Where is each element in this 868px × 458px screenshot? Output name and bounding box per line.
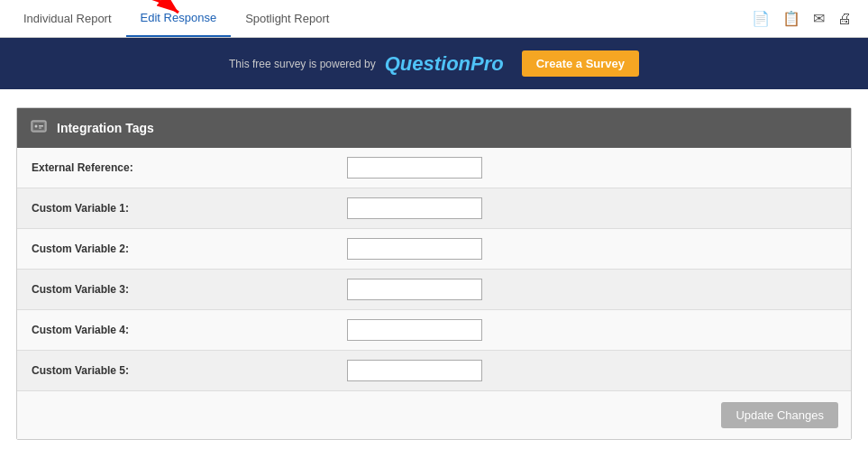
form-input-5[interactable] [347, 360, 482, 381]
main-content: Integration Tags External Reference:Cust… [0, 89, 868, 458]
email-icon[interactable]: ✉ [813, 10, 825, 27]
banner: This free survey is powered by QuestionP… [0, 38, 868, 89]
form-input-4[interactable] [347, 319, 482, 341]
form-label-0: External Reference: [32, 161, 347, 174]
form-label-4: Custom Variable 4: [32, 324, 347, 336]
section-header: Integration Tags [17, 108, 851, 148]
tab-individual-report[interactable]: Individual Report [9, 1, 126, 36]
top-icons: 📄 📋 ✉ 🖨 [752, 10, 859, 27]
section-title: Integration Tags [57, 121, 154, 135]
form-row: External Reference: [17, 148, 851, 188]
banner-text: This free survey is powered by [229, 58, 376, 70]
brand-suffix: Pro [471, 52, 504, 75]
tab-spotlight-report[interactable]: Spotlight Report [231, 1, 343, 36]
tab-edit-response[interactable]: Edit Response [126, 0, 232, 37]
form-footer: Update Changes [17, 391, 851, 439]
form-label-2: Custom Variable 2: [32, 243, 347, 255]
integration-tags-icon [30, 117, 48, 135]
form-row: Custom Variable 5: [17, 351, 851, 391]
form-row: Custom Variable 2: [17, 229, 851, 270]
pdf-icon[interactable]: 📄 [752, 10, 770, 27]
form-input-2[interactable] [347, 238, 482, 260]
form-row: Custom Variable 1: [17, 188, 851, 229]
form-label-3: Custom Variable 3: [32, 283, 347, 296]
svg-point-3 [35, 125, 38, 128]
banner-brand: QuestionPro [385, 52, 504, 76]
create-survey-button[interactable]: Create a Survey [522, 50, 639, 77]
svg-rect-4 [39, 125, 43, 127]
integration-tags-section: Integration Tags External Reference:Cust… [16, 107, 852, 440]
update-changes-button[interactable]: Update Changes [721, 402, 838, 428]
form-label-5: Custom Variable 5: [32, 364, 347, 377]
tab-bar: Individual Report Edit Response Spotligh… [0, 0, 868, 38]
form-input-3[interactable] [347, 279, 482, 300]
form-input-0[interactable] [347, 157, 482, 179]
form-rows-container: External Reference:Custom Variable 1:Cus… [17, 148, 851, 391]
form-row: Custom Variable 4: [17, 310, 851, 351]
svg-rect-5 [39, 128, 41, 129]
form-label-1: Custom Variable 1: [32, 202, 347, 215]
integration-icon [30, 117, 48, 139]
print-icon[interactable]: 🖨 [837, 11, 852, 27]
form-row: Custom Variable 3: [17, 270, 851, 310]
doc-icon[interactable]: 📋 [782, 10, 800, 27]
form-input-1[interactable] [347, 197, 482, 219]
brand-prefix: Question [385, 52, 471, 75]
